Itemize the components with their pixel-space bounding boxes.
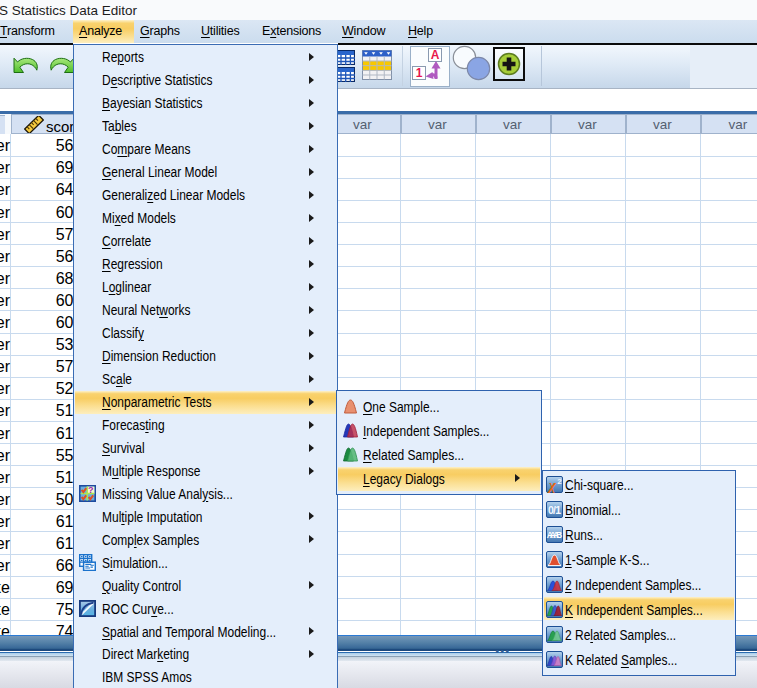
svg-text:χ: χ <box>547 476 557 492</box>
svg-text:1: 1 <box>416 66 423 80</box>
svg-text:A: A <box>431 48 440 62</box>
svg-text:2: 2 <box>557 476 562 485</box>
svg-text:AAAB: AAAB <box>546 530 562 540</box>
svg-text:0/1: 0/1 <box>548 503 561 515</box>
svg-text:?: ? <box>88 485 94 495</box>
